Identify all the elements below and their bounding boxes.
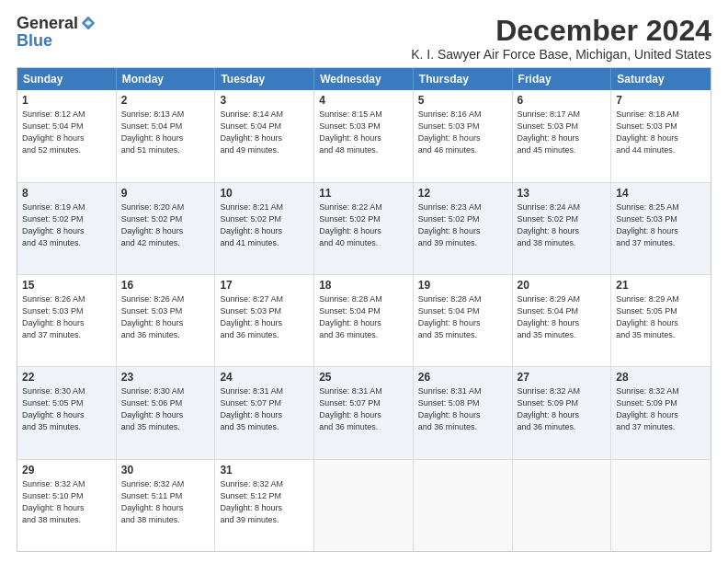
day-number: 16 <box>121 279 210 292</box>
day-info: Sunrise: 8:32 AMSunset: 5:10 PMDaylight:… <box>22 478 111 526</box>
day-number: 12 <box>418 187 507 200</box>
calendar-cell: 24Sunrise: 8:31 AMSunset: 5:07 PMDayligh… <box>215 367 314 458</box>
calendar-cell: 3Sunrise: 8:14 AMSunset: 5:04 PMDaylight… <box>215 90 314 181</box>
header: General Blue December 2024 K. I. Sawyer … <box>17 15 711 62</box>
day-number: 29 <box>22 464 111 477</box>
day-number: 24 <box>220 371 309 384</box>
day-number: 23 <box>121 371 210 384</box>
day-number: 27 <box>518 371 607 384</box>
calendar-cell: 17Sunrise: 8:27 AMSunset: 5:03 PMDayligh… <box>215 275 314 366</box>
day-info: Sunrise: 8:32 AMSunset: 5:09 PMDaylight:… <box>518 385 607 433</box>
day-number: 7 <box>616 94 706 107</box>
calendar-header: SundayMondayTuesdayWednesdayThursdayFrid… <box>17 68 711 90</box>
calendar-cell: 23Sunrise: 8:30 AMSunset: 5:06 PMDayligh… <box>117 367 216 458</box>
day-info: Sunrise: 8:25 AMSunset: 5:03 PMDaylight:… <box>616 201 706 249</box>
calendar-cell: 16Sunrise: 8:26 AMSunset: 5:03 PMDayligh… <box>117 275 216 366</box>
day-number: 4 <box>319 94 408 107</box>
calendar-cell <box>414 460 513 551</box>
day-info: Sunrise: 8:15 AMSunset: 5:03 PMDaylight:… <box>319 109 408 156</box>
header-day-saturday: Saturday <box>611 68 711 90</box>
day-number: 1 <box>22 94 111 107</box>
logo-general: General <box>17 15 78 31</box>
calendar-cell: 28Sunrise: 8:32 AMSunset: 5:09 PMDayligh… <box>611 367 711 458</box>
header-day-friday: Friday <box>513 68 612 90</box>
day-number: 3 <box>220 94 309 107</box>
header-day-sunday: Sunday <box>17 68 117 90</box>
calendar-cell: 1Sunrise: 8:12 AMSunset: 5:04 PMDaylight… <box>17 90 117 181</box>
title-section: December 2024 K. I. Sawyer Air Force Bas… <box>411 15 711 62</box>
header-day-monday: Monday <box>117 68 216 90</box>
header-day-thursday: Thursday <box>414 68 513 90</box>
day-info: Sunrise: 8:29 AMSunset: 5:05 PMDaylight:… <box>616 293 706 341</box>
day-number: 22 <box>22 371 111 384</box>
calendar-cell: 20Sunrise: 8:29 AMSunset: 5:04 PMDayligh… <box>513 275 612 366</box>
day-number: 8 <box>22 187 111 200</box>
calendar-cell: 22Sunrise: 8:30 AMSunset: 5:05 PMDayligh… <box>17 367 117 458</box>
calendar-cell: 30Sunrise: 8:32 AMSunset: 5:11 PMDayligh… <box>117 460 216 551</box>
calendar-cell: 19Sunrise: 8:28 AMSunset: 5:04 PMDayligh… <box>414 275 513 366</box>
day-info: Sunrise: 8:31 AMSunset: 5:07 PMDaylight:… <box>319 385 408 433</box>
calendar-cell: 11Sunrise: 8:22 AMSunset: 5:02 PMDayligh… <box>314 183 414 274</box>
day-info: Sunrise: 8:20 AMSunset: 5:02 PMDaylight:… <box>121 201 210 249</box>
day-info: Sunrise: 8:26 AMSunset: 5:03 PMDaylight:… <box>22 293 111 341</box>
month-title: December 2024 <box>411 15 711 47</box>
day-number: 20 <box>518 279 607 292</box>
logo-blue: Blue <box>17 31 52 51</box>
calendar-cell: 15Sunrise: 8:26 AMSunset: 5:03 PMDayligh… <box>17 275 117 366</box>
calendar: SundayMondayTuesdayWednesdayThursdayFrid… <box>17 67 711 552</box>
day-info: Sunrise: 8:19 AMSunset: 5:02 PMDaylight:… <box>22 201 111 249</box>
day-info: Sunrise: 8:29 AMSunset: 5:04 PMDaylight:… <box>518 293 607 341</box>
logo: General Blue <box>17 15 97 51</box>
day-info: Sunrise: 8:27 AMSunset: 5:03 PMDaylight:… <box>220 293 309 341</box>
logo-icon <box>80 15 97 31</box>
day-info: Sunrise: 8:30 AMSunset: 5:05 PMDaylight:… <box>22 385 111 433</box>
calendar-cell: 13Sunrise: 8:24 AMSunset: 5:02 PMDayligh… <box>513 183 612 274</box>
calendar-cell: 29Sunrise: 8:32 AMSunset: 5:10 PMDayligh… <box>17 460 117 551</box>
calendar-row: 22Sunrise: 8:30 AMSunset: 5:05 PMDayligh… <box>17 366 711 458</box>
calendar-cell: 14Sunrise: 8:25 AMSunset: 5:03 PMDayligh… <box>611 183 711 274</box>
day-info: Sunrise: 8:23 AMSunset: 5:02 PMDaylight:… <box>418 201 507 249</box>
day-info: Sunrise: 8:32 AMSunset: 5:11 PMDaylight:… <box>121 478 210 526</box>
day-number: 10 <box>220 187 309 200</box>
day-number: 13 <box>518 187 607 200</box>
day-number: 26 <box>418 371 507 384</box>
calendar-cell <box>513 460 612 551</box>
day-number: 14 <box>616 187 706 200</box>
calendar-row: 1Sunrise: 8:12 AMSunset: 5:04 PMDaylight… <box>17 90 711 181</box>
calendar-cell <box>314 460 414 551</box>
day-number: 30 <box>121 464 210 477</box>
calendar-cell: 4Sunrise: 8:15 AMSunset: 5:03 PMDaylight… <box>314 90 414 181</box>
calendar-cell: 6Sunrise: 8:17 AMSunset: 5:03 PMDaylight… <box>513 90 612 181</box>
day-info: Sunrise: 8:31 AMSunset: 5:08 PMDaylight:… <box>418 385 507 433</box>
calendar-cell: 5Sunrise: 8:16 AMSunset: 5:03 PMDaylight… <box>414 90 513 181</box>
day-info: Sunrise: 8:28 AMSunset: 5:04 PMDaylight:… <box>319 293 408 341</box>
day-number: 2 <box>121 94 210 107</box>
calendar-cell: 7Sunrise: 8:18 AMSunset: 5:03 PMDaylight… <box>611 90 711 181</box>
calendar-row: 15Sunrise: 8:26 AMSunset: 5:03 PMDayligh… <box>17 274 711 366</box>
day-info: Sunrise: 8:14 AMSunset: 5:04 PMDaylight:… <box>220 109 309 156</box>
day-number: 6 <box>518 94 607 107</box>
calendar-row: 29Sunrise: 8:32 AMSunset: 5:10 PMDayligh… <box>17 459 711 551</box>
day-info: Sunrise: 8:30 AMSunset: 5:06 PMDaylight:… <box>121 385 210 433</box>
day-number: 28 <box>616 371 706 384</box>
day-info: Sunrise: 8:16 AMSunset: 5:03 PMDaylight:… <box>418 109 507 156</box>
calendar-cell: 31Sunrise: 8:32 AMSunset: 5:12 PMDayligh… <box>215 460 314 551</box>
calendar-cell: 2Sunrise: 8:13 AMSunset: 5:04 PMDaylight… <box>117 90 216 181</box>
day-number: 11 <box>319 187 408 200</box>
day-info: Sunrise: 8:32 AMSunset: 5:12 PMDaylight:… <box>220 478 309 526</box>
calendar-row: 8Sunrise: 8:19 AMSunset: 5:02 PMDaylight… <box>17 182 711 274</box>
day-info: Sunrise: 8:13 AMSunset: 5:04 PMDaylight:… <box>121 109 210 156</box>
day-number: 9 <box>121 187 210 200</box>
day-number: 25 <box>319 371 408 384</box>
day-info: Sunrise: 8:26 AMSunset: 5:03 PMDaylight:… <box>121 293 210 341</box>
calendar-cell: 18Sunrise: 8:28 AMSunset: 5:04 PMDayligh… <box>314 275 414 366</box>
day-info: Sunrise: 8:28 AMSunset: 5:04 PMDaylight:… <box>418 293 507 341</box>
day-info: Sunrise: 8:22 AMSunset: 5:02 PMDaylight:… <box>319 201 408 249</box>
day-info: Sunrise: 8:21 AMSunset: 5:02 PMDaylight:… <box>220 201 309 249</box>
day-info: Sunrise: 8:18 AMSunset: 5:03 PMDaylight:… <box>616 109 706 156</box>
day-number: 17 <box>220 279 309 292</box>
header-day-tuesday: Tuesday <box>215 68 314 90</box>
calendar-cell: 10Sunrise: 8:21 AMSunset: 5:02 PMDayligh… <box>215 183 314 274</box>
day-info: Sunrise: 8:17 AMSunset: 5:03 PMDaylight:… <box>518 109 607 156</box>
calendar-cell: 27Sunrise: 8:32 AMSunset: 5:09 PMDayligh… <box>513 367 612 458</box>
